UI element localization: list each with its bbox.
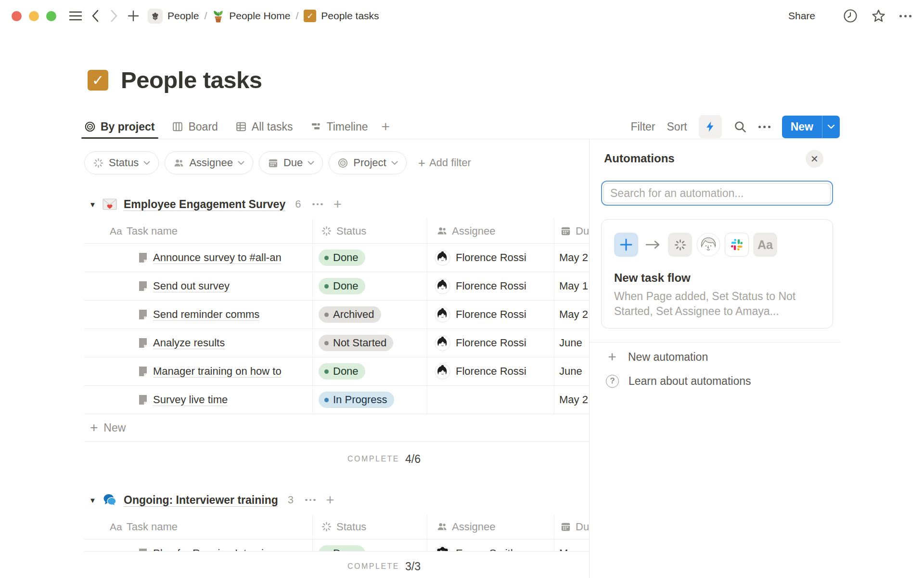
chevron-down-icon[interactable] (822, 116, 840, 138)
new-automation-button[interactable]: + New automation (606, 346, 708, 368)
tab-board[interactable]: Board (172, 115, 218, 139)
trigger-plus-icon (614, 233, 638, 257)
database-table: ▼ Employee Engagement Survey 6 + Aa Task… (84, 193, 589, 568)
task-name[interactable]: Analyze results (153, 337, 225, 349)
task-name[interactable]: Send out survey (153, 280, 230, 292)
column-header-task-name[interactable]: Aa Task name (84, 514, 313, 539)
automation-card-new-task-flow[interactable]: Aa New task flow When Page added, Set St… (601, 219, 833, 328)
status-pill[interactable]: Not Started (319, 335, 393, 351)
collapse-triangle-icon[interactable]: ▼ (89, 200, 100, 209)
tab-timeline[interactable]: Timeline (310, 115, 368, 139)
breadcrumb-people-home[interactable]: People Home (212, 9, 290, 23)
task-name[interactable]: Manager training on how to (153, 365, 282, 378)
filter-chip-due[interactable]: Due (259, 151, 323, 174)
table-row[interactable]: Analyze results Not Started Florence Ros… (84, 329, 589, 357)
new-page-button[interactable] (125, 7, 142, 25)
status-burst-icon (321, 521, 332, 532)
calendar-icon (268, 158, 279, 169)
tab-by-project[interactable]: By project (84, 115, 154, 139)
due-date[interactable]: May 2 (554, 244, 589, 272)
forward-button[interactable] (105, 7, 123, 25)
page-title[interactable]: People tasks (121, 66, 262, 93)
learn-about-automations-link[interactable]: ? Learn about automations (606, 370, 751, 392)
plus-icon: + (606, 349, 618, 365)
automation-card-icons: Aa (614, 233, 820, 257)
arrow-right-icon (645, 240, 661, 250)
share-button[interactable]: Share (788, 10, 815, 22)
complete-value: 4/6 (405, 453, 421, 466)
column-header-status[interactable]: Status (313, 514, 427, 539)
automation-card-title: New task flow (614, 271, 820, 285)
star-icon[interactable] (871, 9, 886, 23)
status-pill[interactable]: Archived (319, 306, 381, 323)
column-header-due[interactable]: Due (554, 514, 589, 539)
task-name[interactable]: Send reminder comms (153, 308, 259, 321)
table-row[interactable]: Send out survey Done Florence Rossi May … (84, 272, 589, 301)
view-more-icon[interactable] (758, 126, 770, 128)
column-label: Status (336, 521, 366, 533)
column-header-due[interactable]: Due (554, 219, 589, 243)
column-header-task-name[interactable]: Aa Task name (84, 219, 313, 243)
back-button[interactable] (86, 7, 103, 25)
status-pill[interactable]: Done (319, 278, 365, 294)
new-button[interactable]: New (782, 116, 840, 138)
search-icon[interactable] (733, 120, 747, 133)
task-name[interactable]: Announce survey to #all-an (153, 251, 282, 264)
minimize-window-button[interactable] (29, 11, 39, 21)
speech-bubbles-emoji (103, 493, 117, 507)
learn-label: Learn about automations (629, 375, 751, 388)
group-more-icon[interactable] (312, 203, 323, 206)
table-row[interactable]: Manager training on how to Done Florence… (84, 357, 589, 386)
tab-label: Board (188, 120, 218, 133)
group-add-icon[interactable]: + (334, 197, 342, 212)
status-pill[interactable]: In Progress (319, 392, 394, 408)
filter-chip-project[interactable]: Project (329, 151, 406, 174)
new-row-button[interactable]: + New (84, 414, 589, 442)
filter-button[interactable]: Filter (630, 120, 655, 133)
close-window-button[interactable] (12, 11, 22, 21)
breadcrumb-people-tasks[interactable]: ✓ People tasks (304, 10, 379, 22)
plus-icon (128, 10, 139, 22)
add-filter-button[interactable]: + Add filter (418, 156, 471, 171)
due-date[interactable]: June (554, 357, 589, 385)
clock-icon[interactable] (843, 9, 858, 23)
close-panel-button[interactable]: ✕ (806, 150, 823, 168)
table-header: Aa Task name Status Assignee Due (84, 219, 589, 244)
breadcrumb-people[interactable]: People (148, 9, 199, 24)
chevron-down-icon (391, 161, 398, 165)
collapse-triangle-icon[interactable]: ▼ (89, 496, 100, 504)
tab-all-tasks[interactable]: All tasks (235, 115, 293, 139)
column-header-assignee[interactable]: Assignee (427, 219, 554, 243)
table-row[interactable]: Send reminder comms Archived Florence Ro… (84, 301, 589, 329)
automations-button[interactable] (699, 115, 722, 138)
status-pill[interactable]: Done (319, 363, 365, 380)
complete-label: COMPLETE (347, 455, 399, 463)
filter-chip-assignee[interactable]: Assignee (165, 151, 253, 174)
add-view-button[interactable]: + (382, 118, 390, 135)
task-name[interactable]: Survey live time (153, 394, 228, 406)
due-date[interactable]: May 2 (554, 301, 589, 328)
complete-label: COMPLETE (347, 562, 399, 571)
more-options-icon[interactable] (899, 15, 911, 17)
sidebar-menu-button[interactable] (67, 7, 84, 25)
due-date[interactable]: June (554, 329, 589, 357)
avatar-florence (435, 307, 450, 323)
group-title[interactable]: Ongoing: Interviewer training (124, 494, 278, 507)
due-date[interactable]: May 2 (554, 386, 589, 414)
column-label: Due (576, 521, 589, 533)
column-header-status[interactable]: Status (313, 219, 427, 243)
zoom-window-button[interactable] (46, 11, 56, 21)
automation-search-input[interactable] (610, 187, 824, 200)
table-row[interactable]: Survey live time In Progress May 2 (84, 386, 589, 414)
group-title[interactable]: Employee Engagement Survey (124, 198, 285, 211)
group-add-icon[interactable]: + (326, 492, 334, 508)
table-row[interactable]: Announce survey to #all-an Done Florence… (84, 244, 589, 272)
due-date[interactable]: May 1 (554, 272, 589, 300)
assignee-empty-cell[interactable] (427, 386, 554, 414)
column-header-assignee[interactable]: Assignee (427, 514, 554, 539)
status-pill[interactable]: Done (319, 250, 365, 266)
sort-button[interactable]: Sort (667, 120, 687, 133)
filter-chip-status[interactable]: Status (84, 151, 159, 174)
group-more-icon[interactable] (305, 499, 316, 501)
page-icon (138, 309, 148, 320)
